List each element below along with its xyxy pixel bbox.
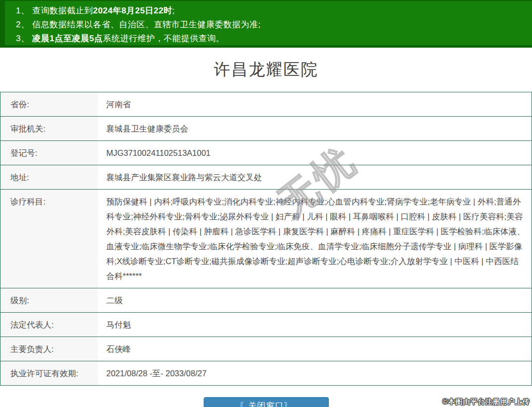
table-row: 登记号: MJG37100241102513A1001 xyxy=(0,141,532,165)
table-row: 诊疗科目: 预防保健科 | 内科;呼吸内科专业;消化内科专业;神经内科专业;心血… xyxy=(0,190,532,288)
row-label: 执业许可证有效期: xyxy=(0,361,98,385)
row-value: 预防保健科 | 内科;呼吸内科专业;消化内科专业;神经内科专业;心血管内科专业;… xyxy=(98,190,532,288)
row-label: 省份: xyxy=(0,92,98,116)
copyright-stamp: ©本图由平台注册用户上传 xyxy=(443,398,530,407)
notice-3-text: 3、 xyxy=(16,34,32,43)
title-area: 许昌龙耀医院 xyxy=(0,48,532,92)
close-window-button[interactable]: 〖关闭窗口〗 xyxy=(204,397,329,407)
row-label: 审批机关: xyxy=(0,117,98,140)
row-label: 诊疗科目: xyxy=(0,190,98,288)
page-title: 许昌龙耀医院 xyxy=(214,59,318,81)
notice-3-bold-text: 凌晨1点至凌晨5点 xyxy=(32,34,103,43)
row-label: 地址: xyxy=(0,165,98,189)
row-value: 二级 xyxy=(98,288,532,312)
table-row: 审批机关: 襄城县卫生健康委员会 xyxy=(0,117,532,141)
row-value: 2021/08/28 -至- 2033/08/27 xyxy=(98,361,532,385)
row-label: 主要负责人: xyxy=(0,337,98,361)
notice-2-text: 2、 信息数据结果以各省、自治区、直辖市卫生健康委数据为准; xyxy=(16,20,261,29)
table-row: 法定代表人: 马付魁 xyxy=(0,313,532,337)
table-row: 省份: 河南省 xyxy=(0,92,532,117)
row-value: 襄城县卫生健康委员会 xyxy=(98,117,532,140)
notice-1-suffix: ; xyxy=(172,6,175,15)
notice-line-1: 1、 查询数据截止到2024年8月25日22时; xyxy=(16,4,532,18)
table-row: 地址: 襄城县产业集聚区襄业路与紫云大道交叉处 xyxy=(0,165,532,190)
row-label: 登记号: xyxy=(0,141,98,165)
notice-1-bold-text: 2024年8月25日22时 xyxy=(93,6,172,15)
row-value: 石侠峰 xyxy=(98,337,532,361)
notice-line-2: 2、 信息数据结果以各省、自治区、直辖市卫生健康委数据为准; xyxy=(16,18,532,32)
table-row: 主要负责人: 石侠峰 xyxy=(0,337,532,361)
notice-line-3: 3、 凌晨1点至凌晨5点系统进行维护，不能提供查询。 xyxy=(16,32,532,46)
row-value: 马付魁 xyxy=(98,313,532,337)
table-row: 级别: 二级 xyxy=(0,288,532,313)
row-value: 襄城县产业集聚区襄业路与紫云大道交叉处 xyxy=(98,165,532,189)
row-label: 法定代表人: xyxy=(0,313,98,337)
row-value: 河南省 xyxy=(98,92,532,116)
row-label: 级别: xyxy=(0,288,98,312)
notice-3-suffix: 系统进行维护，不能提供查询。 xyxy=(103,34,225,43)
info-table: 省份: 河南省 审批机关: 襄城县卫生健康委员会 登记号: MJG3710024… xyxy=(0,92,532,386)
notice-banner: 1、 查询数据截止到2024年8月25日22时; 2、 信息数据结果以各省、自治… xyxy=(0,0,532,48)
table-row: 执业许可证有效期: 2021/08/28 -至- 2033/08/27 xyxy=(0,361,532,386)
notice-1-text: 1、 查询数据截止到 xyxy=(16,6,93,15)
row-value: MJG37100241102513A1001 xyxy=(98,141,532,165)
